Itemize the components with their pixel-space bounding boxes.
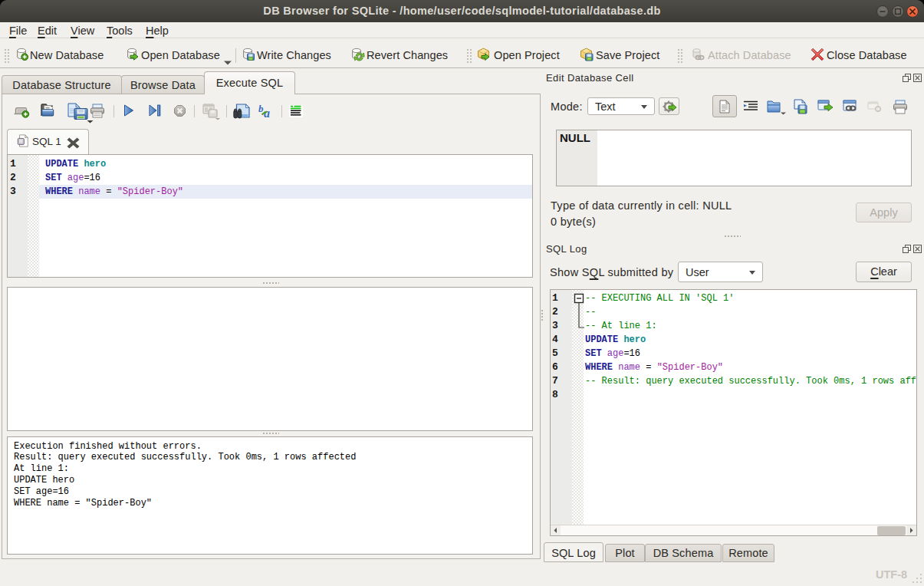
svg-text:b: b: [258, 103, 264, 114]
